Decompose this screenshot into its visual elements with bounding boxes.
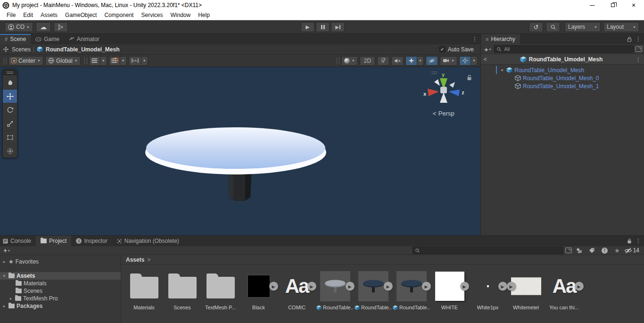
asset-item-youcanthi-font[interactable]: Aa ▶ You can thi...: [545, 271, 583, 310]
scene-audio-toggle[interactable]: [391, 56, 404, 66]
hierarchy-item-child[interactable]: RoundTable_Umodel_Mesh_0: [481, 74, 644, 82]
kebab-menu-icon[interactable]: ⋮: [636, 238, 641, 244]
undo-history-button[interactable]: ↺: [529, 22, 543, 32]
step-button[interactable]: ▶: [331, 22, 345, 32]
kebab-menu-icon[interactable]: ⋮: [472, 36, 478, 42]
menu-window[interactable]: Window: [166, 12, 194, 18]
toolbar-grip[interactable]: [84, 58, 87, 64]
asset-item-whitemetal[interactable]: ▶ Whitemetel: [507, 271, 545, 310]
foldout-closed-icon[interactable]: ▸: [8, 296, 13, 301]
transform-tool[interactable]: [3, 144, 17, 157]
tool-handle-position-dropdown[interactable]: Center ▼: [8, 56, 43, 66]
hierarchy-item-root[interactable]: ▾ RoundTable_Umodel_Mesh: [481, 66, 644, 74]
tab-project[interactable]: Project: [36, 236, 71, 246]
gizmos-toggle[interactable]: [459, 56, 471, 66]
snap-increment-button[interactable]: [129, 56, 141, 66]
asset-item-comic-font[interactable]: Aa ▶ COMIC: [278, 271, 316, 310]
log-alert-button[interactable]: !: [599, 247, 610, 254]
create-object-button[interactable]: + ▾: [483, 45, 492, 53]
scene-viewport[interactable]: y x z < Persp: [0, 67, 480, 235]
view-hand-tool[interactable]: [3, 75, 17, 89]
foldout-closed-icon[interactable]: ▸: [2, 259, 7, 264]
autosave-toggle[interactable]: ✓ Auto Save: [439, 46, 478, 53]
menu-file[interactable]: File: [3, 12, 19, 18]
tab-console[interactable]: Console: [0, 236, 36, 246]
breadcrumb-scenes[interactable]: Scenes: [12, 46, 31, 53]
asset-item-white1px[interactable]: ▶ White1px: [469, 271, 507, 310]
toolbar-grip[interactable]: [4, 58, 7, 64]
menu-services[interactable]: Services: [137, 12, 166, 18]
search-by-label-button[interactable]: [586, 247, 597, 254]
hierarchy-search-input[interactable]: [503, 46, 631, 52]
expand-asset-button[interactable]: ▶: [269, 282, 278, 291]
tool-handle-rotation-dropdown[interactable]: Global ▼: [45, 56, 81, 66]
2d-mode-button[interactable]: 2D: [360, 56, 375, 66]
search-button[interactable]: [546, 22, 560, 32]
grid-snapping-button[interactable]: [109, 56, 120, 66]
tool-palette-drag-handle[interactable]: [3, 69, 17, 75]
favorites-star-button[interactable]: ★: [612, 247, 622, 254]
camera-settings-dropdown[interactable]: ▼: [440, 56, 457, 66]
tab-game[interactable]: Game: [31, 34, 64, 44]
project-search-box[interactable]: [413, 247, 563, 254]
breadcrumb-current[interactable]: RoundTable_Umodel_Mesh: [46, 46, 119, 53]
pause-button[interactable]: [316, 22, 330, 32]
grid-visibility-dropdown[interactable]: ▼: [100, 56, 107, 66]
rect-tool[interactable]: [3, 130, 17, 144]
restore-button[interactable]: [603, 0, 623, 10]
path-assets[interactable]: Assets: [126, 257, 144, 263]
tab-hierarchy[interactable]: ≡ Hierarchy: [481, 34, 520, 44]
expand-asset-button[interactable]: ▶: [384, 282, 393, 291]
asset-item-textmeshpro[interactable]: TextMesh P...: [201, 271, 239, 310]
tree-item-assets[interactable]: ▾ Assets: [0, 272, 121, 280]
orientation-gizmo[interactable]: y x z < Persp: [421, 71, 466, 117]
prefab-back-button[interactable]: <: [484, 56, 487, 63]
hierarchy-search-box[interactable]: [494, 45, 634, 53]
kebab-menu-icon[interactable]: ⋮: [636, 56, 641, 63]
expand-asset-button[interactable]: ▶: [346, 282, 355, 291]
expand-asset-button[interactable]: ▶: [498, 282, 507, 291]
tree-item-scenes[interactable]: Scenes: [0, 287, 121, 295]
autosave-checkbox[interactable]: ✓: [439, 46, 446, 52]
snap-increment-dropdown[interactable]: ▼: [141, 56, 148, 66]
asset-item-scenes[interactable]: Scenes: [163, 271, 201, 310]
tab-inspector[interactable]: i Inspector: [71, 236, 112, 246]
tree-item-favorites[interactable]: ▸ ★ Favorites: [0, 258, 121, 265]
tab-navigation[interactable]: Navigation (Obsolete): [112, 236, 184, 246]
expand-asset-button[interactable]: ▶: [422, 282, 431, 291]
account-dropdown[interactable]: CO ▼: [5, 22, 33, 32]
effects-toggle[interactable]: [405, 56, 417, 66]
kebab-menu-icon[interactable]: ⋮: [636, 36, 641, 42]
tree-item-materials[interactable]: Materials: [0, 280, 121, 287]
cloud-services-button[interactable]: ☁: [36, 22, 51, 32]
tree-item-packages[interactable]: ▸ Packages: [0, 302, 121, 310]
expand-asset-button[interactable]: ▶: [460, 282, 469, 291]
expand-asset-button[interactable]: ▶: [575, 282, 584, 291]
tab-animator[interactable]: Animator: [64, 34, 104, 44]
asset-item-roundtable-3[interactable]: ▶ RoundTable...: [392, 271, 430, 310]
project-search-input[interactable]: [421, 247, 561, 254]
open-new-window-icon[interactable]: [565, 248, 572, 253]
tab-scene[interactable]: # Scene: [0, 34, 31, 44]
move-tool[interactable]: [3, 89, 17, 103]
close-button[interactable]: ×: [623, 0, 644, 10]
minimize-button[interactable]: [582, 0, 603, 10]
menu-component[interactable]: Component: [100, 12, 137, 18]
asset-item-roundtable-1[interactable]: ▶ RoundTable...: [316, 271, 354, 310]
asset-item-materials[interactable]: Materials: [125, 271, 163, 310]
grid-snapping-dropdown[interactable]: ▼: [120, 56, 127, 66]
search-by-type-button[interactable]: [574, 247, 585, 254]
expand-asset-button[interactable]: ▶: [507, 282, 516, 291]
create-asset-button[interactable]: + ▾: [2, 247, 11, 254]
menu-assets[interactable]: Assets: [37, 12, 61, 18]
open-new-window-icon[interactable]: [636, 46, 642, 52]
gizmos-dropdown[interactable]: ▼: [471, 56, 478, 66]
toolbar-grip[interactable]: [337, 58, 339, 64]
version-control-button[interactable]: [54, 22, 68, 32]
hidden-items-counter[interactable]: 14: [624, 247, 642, 254]
hierarchy-item-child[interactable]: RoundTable_Umodel_Mesh_1: [481, 82, 644, 90]
scale-tool[interactable]: [3, 116, 17, 130]
layout-dropdown[interactable]: Layout ▼: [603, 22, 639, 32]
foldout-closed-icon[interactable]: ▸: [2, 304, 7, 308]
foldout-open-icon[interactable]: ▾: [2, 273, 7, 278]
